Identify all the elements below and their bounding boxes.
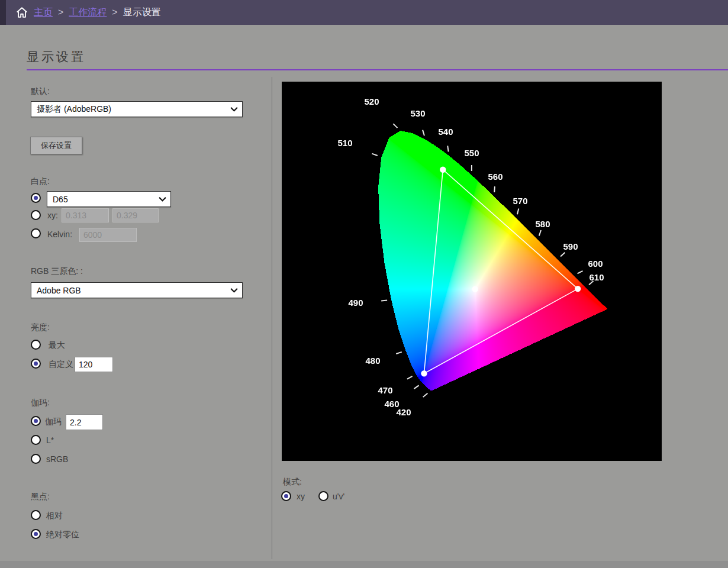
white-point-y-field[interactable] [112, 208, 159, 222]
preset-select[interactable]: 摄影者 (AdobeRGB) [31, 101, 243, 117]
gamma-lstar-label[interactable]: L* [46, 435, 54, 445]
black-point-absolute-label[interactable]: 绝对零位 [46, 530, 79, 540]
black-point-absolute-radio[interactable] [31, 529, 41, 539]
breadcrumb-workflow-link[interactable]: 工作流程 [69, 7, 107, 19]
brightness-custom-label[interactable]: 自定义 [49, 359, 73, 370]
gamma-lstar-radio[interactable] [31, 435, 41, 445]
gamma-srgb-label[interactable]: sRGB [46, 454, 68, 464]
black-point-relative-radio[interactable] [31, 510, 41, 520]
brightness-custom-radio[interactable] [31, 359, 41, 369]
white-point-label: 白点: [31, 176, 50, 187]
white-point-xy-radio[interactable] [31, 210, 41, 220]
preset-label: 默认: [31, 86, 50, 97]
white-point-preset-radio[interactable] [31, 193, 41, 203]
mode-label: 模式: [283, 477, 302, 488]
white-point-kelvin-field[interactable] [79, 228, 137, 242]
white-point-preset-value: D65 [53, 195, 68, 204]
save-settings-button[interactable]: 保存设置 [30, 137, 82, 154]
mode-uv-label[interactable]: u'v' [333, 492, 344, 501]
breadcrumb: 主页 > 工作流程 > 显示设置 [15, 0, 161, 25]
page-title: 显示设置 [27, 49, 86, 65]
cie-diagram-canvas [282, 82, 662, 461]
breadcrumb-bar: 主页 > 工作流程 > 显示设置 [0, 0, 728, 25]
white-point-preset-select[interactable]: D65 [47, 191, 171, 207]
breadcrumb-separator: > [58, 7, 63, 18]
gamma-value-label[interactable]: 伽玛 [45, 417, 62, 427]
mode-xy-radio[interactable] [281, 491, 291, 501]
chromaticity-diagram [282, 82, 662, 461]
gamma-value-radio[interactable] [31, 416, 41, 426]
rgb-primaries-select-value: Adobe RGB [37, 286, 81, 295]
brightness-max-label[interactable]: 最大 [49, 340, 65, 351]
chevron-down-icon [230, 106, 238, 112]
home-icon[interactable] [15, 6, 28, 19]
panel-divider [272, 77, 272, 559]
white-point-x-field[interactable] [62, 208, 109, 222]
black-point-label: 黑点: [31, 492, 50, 502]
breadcrumb-home-link[interactable]: 主页 [34, 7, 53, 19]
breadcrumb-current-page: 显示设置 [123, 7, 161, 19]
breadcrumb-separator: > [112, 7, 117, 18]
gamma-value-field[interactable] [66, 414, 103, 430]
brightness-label: 亮度: [31, 322, 50, 333]
mode-xy-label[interactable]: xy [297, 492, 305, 501]
preset-select-value: 摄影者 (AdobeRGB) [37, 104, 111, 115]
window-edge [0, 0, 6, 25]
rgb-primaries-label: RGB 三原色: : [31, 266, 83, 277]
brightness-custom-field[interactable] [75, 357, 113, 372]
brightness-max-radio[interactable] [31, 340, 41, 350]
chevron-down-icon [159, 196, 166, 202]
white-point-kelvin-label[interactable]: Kelvin: [47, 230, 72, 239]
rgb-primaries-select[interactable]: Adobe RGB [31, 282, 243, 298]
white-point-xy-label[interactable]: xy: [47, 211, 58, 220]
white-point-kelvin-radio[interactable] [31, 228, 41, 238]
chevron-down-icon [230, 288, 238, 293]
mode-uv-radio[interactable] [318, 491, 328, 501]
title-underline [27, 69, 728, 70]
gamma-label: 伽玛: [31, 398, 50, 408]
bottom-edge [0, 561, 728, 568]
black-point-relative-label[interactable]: 相对 [46, 511, 63, 521]
gamma-srgb-radio[interactable] [31, 454, 41, 464]
